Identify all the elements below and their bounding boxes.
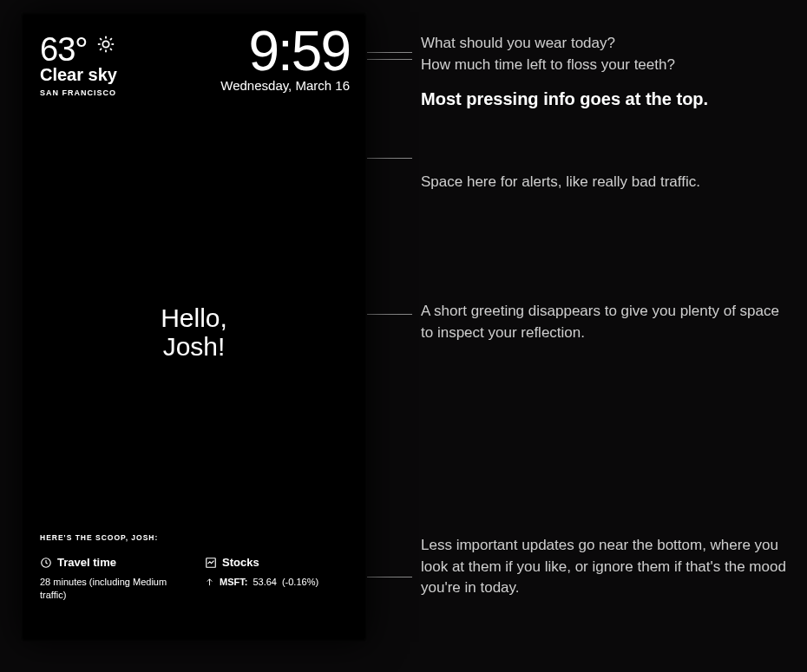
- travel-body: 28 minutes (including Medium traffic): [40, 576, 170, 602]
- clock-time: 9:59: [220, 19, 350, 83]
- svg-line-6: [110, 49, 112, 50]
- arrow-up-icon: [205, 577, 214, 587]
- greeting-line1: Hello,: [21, 303, 367, 332]
- chart-icon: [205, 557, 217, 569]
- svg-line-7: [100, 49, 102, 50]
- annotation-q2: How much time left to floss your teeth?: [421, 55, 786, 76]
- annotation-greeting: A short greeting disappears to give you …: [421, 301, 786, 343]
- travel-label: Travel time: [57, 556, 116, 569]
- weather-condition: Clear sky: [40, 65, 117, 85]
- stock-price: 53.64: [253, 576, 277, 589]
- stock-symbol: MSFT:: [220, 576, 247, 589]
- clock-widget: 9:59 Wednesday, March 16: [220, 19, 350, 93]
- svg-line-5: [100, 38, 102, 40]
- svg-line-8: [110, 38, 112, 40]
- smart-mirror-device: 63° Clear sky SAN FRANCI: [21, 12, 367, 642]
- scoop-heading: HERE'S THE SCOOP, JOSH:: [40, 533, 158, 542]
- annotation-headline: Most pressing info goes at the top.: [421, 87, 786, 112]
- annotation-alerts: Space here for alerts, like really bad t…: [421, 172, 786, 193]
- travel-widget: Travel time 28 minutes (including Medium…: [40, 556, 170, 602]
- clock-date: Wednesday, March 16: [220, 78, 350, 93]
- annotation-q1: What should you wear today?: [421, 33, 786, 55]
- greeting-text: Hello, Josh!: [21, 303, 367, 361]
- svg-point-0: [102, 41, 108, 47]
- stocks-label: Stocks: [222, 556, 259, 569]
- annotation-top-questions: What should you wear today? How much tim…: [421, 33, 786, 75]
- temperature-value: 63°: [40, 31, 87, 69]
- sun-icon: [96, 35, 115, 54]
- greeting-line2: Josh!: [21, 332, 367, 361]
- stock-change: (-0.16%): [282, 576, 318, 589]
- stocks-widget: Stocks MSFT: 53.64 (-0.16%): [205, 556, 318, 602]
- clock-icon: [40, 557, 52, 569]
- weather-widget: 63° Clear sky SAN FRANCI: [40, 31, 117, 97]
- weather-city: SAN FRANCISCO: [40, 88, 117, 97]
- annotation-bottom: Less important updates go near the botto…: [421, 535, 786, 599]
- bottom-widgets: Travel time 28 minutes (including Medium…: [40, 556, 350, 602]
